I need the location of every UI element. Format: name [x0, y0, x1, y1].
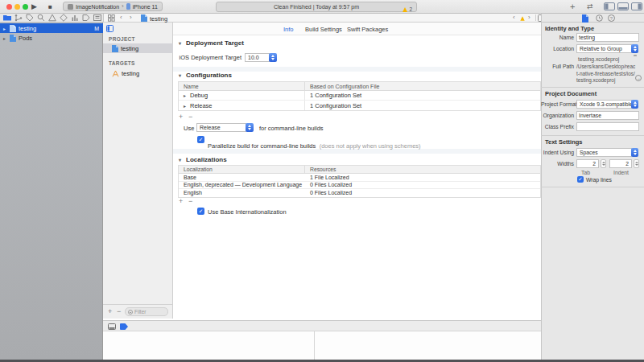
- project-file-icon: [112, 45, 118, 52]
- dropdown-arrows-icon: [246, 123, 254, 132]
- disclosure-icon[interactable]: ▸: [184, 93, 188, 98]
- ios-deployment-target-label: iOS Deployment Target: [173, 54, 242, 61]
- navigator-row-testing[interactable]: ▸ testing M: [0, 23, 103, 33]
- parallelize-checkbox[interactable]: ✓: [197, 136, 204, 143]
- indent-width-stepper[interactable]: 2: [609, 159, 639, 168]
- add-target-button[interactable]: +: [108, 307, 112, 315]
- configurations-section-header[interactable]: ▾ Configurations: [179, 72, 232, 79]
- indent-using-select[interactable]: Spaces: [576, 148, 638, 157]
- table-row[interactable]: English 0 Files Localized: [179, 189, 540, 197]
- tab-width-stepper[interactable]: 2: [576, 159, 606, 168]
- toggle-debug-area-button[interactable]: [617, 2, 629, 10]
- configurations-table: Name Based on Configuration File ▸Debug …: [178, 81, 541, 111]
- organization-label: Organization: [541, 113, 574, 118]
- breakpoints-toggle-icon[interactable]: [120, 323, 128, 330]
- project-section-header: PROJECT: [109, 36, 135, 42]
- localizations-section-header[interactable]: ▾ Localizations: [179, 156, 227, 163]
- issue-warning-icon[interactable]: [520, 16, 524, 20]
- inspector-tab-bar: ?: [541, 14, 644, 23]
- history-inspector-tab[interactable]: [596, 14, 603, 22]
- full-path-value: /Users/kans/Desktop/react-native-firebas…: [576, 64, 636, 84]
- disclosure-icon[interactable]: ▸: [184, 103, 188, 109]
- use-base-internationalization-checkbox[interactable]: ✓: [197, 208, 204, 215]
- use-base-internationalization-label: Use Base Internationalization: [208, 208, 287, 216]
- indent-sublabel: Indent: [613, 170, 629, 175]
- add-localization-button[interactable]: +: [179, 197, 183, 205]
- disclosure-icon[interactable]: ▸: [3, 26, 7, 31]
- tab-info[interactable]: Info: [283, 26, 294, 33]
- remove-localization-button[interactable]: −: [188, 197, 192, 205]
- navigator-row-pods[interactable]: ▸ Pods: [0, 33, 103, 43]
- find-navigator-tab[interactable]: [37, 14, 45, 22]
- zoom-window-button[interactable]: [23, 4, 28, 10]
- debug-bar: [103, 320, 541, 331]
- quick-help-inspector-tab[interactable]: ?: [608, 14, 615, 22]
- variables-view: [103, 331, 314, 360]
- stepper-arrows-icon: [634, 159, 639, 168]
- minimize-window-button[interactable]: [14, 4, 20, 10]
- project-document-header: Project Document: [545, 90, 597, 97]
- project-editor-sidebar: PROJECT testing TARGETS testing: [103, 23, 173, 319]
- breakpoint-navigator-tab[interactable]: [82, 14, 90, 22]
- debug-navigator-tab[interactable]: [71, 14, 79, 22]
- symbol-navigator-tab[interactable]: [26, 14, 34, 22]
- file-inspector-tab[interactable]: [582, 14, 588, 23]
- dropdown-arrows-icon: [631, 100, 638, 109]
- project-format-select[interactable]: Xcode 9.3-compatible: [576, 100, 638, 109]
- open-in-finder-icon[interactable]: →: [635, 75, 642, 81]
- table-row[interactable]: ▸Release 1 Configuration Set: [179, 101, 540, 110]
- jump-bar-file[interactable]: testing: [150, 15, 167, 23]
- ios-deployment-target-select[interactable]: 10.0: [245, 53, 277, 62]
- table-row[interactable]: English, deprecated — Development Langua…: [179, 182, 540, 190]
- activity-viewer: Clean Finished | Today at 9:57 pm 2: [216, 2, 417, 12]
- location-label: Location: [541, 46, 574, 51]
- tab-swift-packages[interactable]: Swift Packages: [347, 26, 388, 33]
- related-items-icon[interactable]: [108, 14, 115, 22]
- disclosure-icon[interactable]: ▸: [3, 35, 7, 41]
- organization-field[interactable]: Invertase: [576, 111, 639, 120]
- targets-section-header: TARGETS: [109, 60, 135, 66]
- project-file-icon: [141, 14, 147, 22]
- configurations-table-header: Name Based on Configuration File: [179, 82, 540, 91]
- target-item-testing[interactable]: testing: [103, 68, 173, 78]
- add-configuration-button[interactable]: +: [179, 113, 183, 121]
- report-navigator-tab[interactable]: [93, 14, 101, 22]
- next-issue-button[interactable]: ›: [528, 14, 530, 22]
- tab-build-settings[interactable]: Build Settings: [305, 26, 342, 33]
- previous-issue-button[interactable]: ‹: [513, 14, 515, 22]
- project-navigator: ▸ testing M ▸ Pods: [0, 23, 103, 360]
- location-select[interactable]: Relative to Group: [576, 44, 638, 53]
- close-window-button[interactable]: [6, 4, 12, 10]
- debug-layout-toggle-icon[interactable]: [108, 323, 116, 330]
- issue-navigator-tab[interactable]: [48, 14, 56, 22]
- toggle-navigator-button[interactable]: [604, 2, 615, 10]
- source-control-navigator-tab[interactable]: [14, 14, 23, 22]
- project-file-name: testing.xcodeproj: [578, 56, 619, 62]
- class-prefix-field[interactable]: [576, 122, 639, 131]
- table-row[interactable]: Base 1 File Localized: [179, 174, 540, 182]
- library-button[interactable]: +: [570, 2, 575, 11]
- scheme-selector[interactable]: ImageNotification › iPhone 11: [63, 2, 163, 11]
- code-review-button[interactable]: ⇄: [587, 2, 593, 10]
- deployment-target-section-header[interactable]: ▾ Deployment Target: [179, 39, 244, 47]
- stop-button[interactable]: ■: [48, 3, 52, 10]
- project-item-testing[interactable]: testing: [103, 43, 173, 53]
- forward-button[interactable]: ›: [130, 14, 132, 22]
- name-field[interactable]: testing: [576, 33, 639, 42]
- back-button[interactable]: ‹: [120, 14, 122, 22]
- divider: [535, 14, 536, 21]
- command-line-config-select[interactable]: Release: [196, 123, 254, 132]
- project-navigator-tab[interactable]: [3, 14, 11, 22]
- parallelize-label: Parallelize build for command-line build…: [208, 137, 421, 151]
- test-navigator-tab[interactable]: [60, 14, 68, 22]
- remove-target-button[interactable]: −: [117, 307, 121, 315]
- table-row[interactable]: ▸Debug 1 Configuration Set: [179, 91, 540, 101]
- targets-panel-bottom-bar: + − Filter: [103, 304, 173, 319]
- filter-field[interactable]: Filter: [125, 307, 168, 316]
- status-text: Clean Finished | Today at 9:57 pm: [274, 4, 359, 10]
- run-button[interactable]: ▶: [31, 2, 37, 10]
- toggle-inspector-button[interactable]: [631, 2, 642, 10]
- remove-configuration-button[interactable]: −: [188, 113, 192, 121]
- toggle-projects-list-icon[interactable]: [106, 25, 114, 32]
- wrap-lines-checkbox[interactable]: ✓: [577, 176, 584, 183]
